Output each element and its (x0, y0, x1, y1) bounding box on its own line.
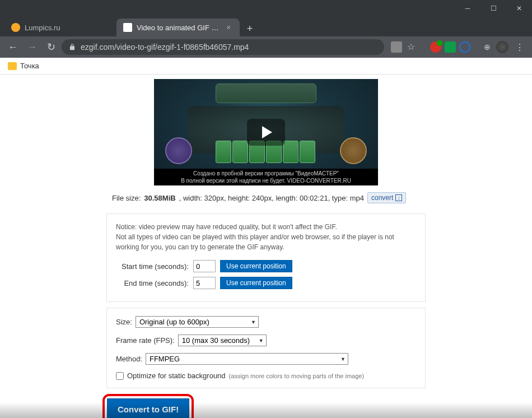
video-watermark: Создано в пробной версии программы "Виде… (154, 169, 378, 185)
bookmark-label: Точка (20, 62, 39, 70)
end-time-label: End time (seconds): (116, 279, 189, 287)
convert-link[interactable]: convert ↓ (367, 192, 406, 203)
nav-reload-button[interactable]: ↻ (43, 39, 59, 55)
window-maximize-button[interactable]: ☐ (480, 0, 506, 17)
start-time-label: Start time (seconds): (116, 262, 189, 271)
play-button[interactable] (247, 119, 285, 146)
video-preview[interactable]: Создано в пробной версии программы "Виде… (154, 79, 378, 185)
highlight-annotation: Convert to GIF! (102, 394, 194, 418)
browser-tabbar: Lumpics.ru Video to animated GIF convert… (0, 17, 532, 36)
size-label: Size: (116, 318, 132, 326)
bookmark-star-icon[interactable]: ☆ (405, 41, 417, 53)
url-text: ezgif.com/video-to-gif/ezgif-1-f0865fb46… (81, 43, 377, 52)
tab-favicon (123, 23, 132, 32)
browser-addressbar: ← → ↻ ezgif.com/video-to-gif/ezgif-1-f08… (0, 36, 532, 58)
method-label: Method: (116, 355, 142, 363)
method-select[interactable]: FFMPEG (146, 353, 348, 365)
reading-list-icon[interactable]: ⊕ (482, 41, 493, 53)
translate-icon[interactable] (391, 41, 402, 53)
browser-menu-button[interactable]: ⋮ (512, 42, 528, 53)
notice-panel: Notice: video preview may have reduced q… (106, 213, 426, 302)
download-icon: ↓ (395, 194, 402, 201)
profile-avatar[interactable] (496, 41, 508, 53)
tab-lumpics[interactable]: Lumpics.ru (4, 18, 116, 36)
convert-to-gif-button[interactable]: Convert to GIF! (107, 398, 189, 418)
tab-favicon (11, 23, 20, 32)
adblock-icon[interactable] (430, 41, 441, 53)
start-time-input[interactable] (193, 260, 216, 272)
extension-icon[interactable] (459, 41, 470, 53)
tab-close-button[interactable]: × (224, 23, 233, 32)
notice-text: Notice: video preview may have reduced q… (116, 222, 416, 252)
window-minimize-button[interactable]: ─ (455, 0, 480, 17)
tab-ezgif[interactable]: Video to animated GIF converter × (116, 18, 240, 36)
extension-icons: ☆ ⊕ ⋮ (391, 41, 528, 53)
fps-label: Frame rate (FPS): (116, 336, 175, 345)
lock-icon (68, 43, 76, 51)
use-current-start-button[interactable]: Use current position (220, 260, 292, 272)
nav-forward-button[interactable]: → (24, 39, 40, 55)
folder-icon (8, 62, 17, 70)
optimize-hint: (assign more colors to moving parts of t… (229, 373, 365, 379)
fps-select[interactable]: 10 (max 30 seconds) (178, 335, 267, 346)
page-content[interactable]: Создано в пробной версии программы "Виде… (0, 75, 532, 418)
size-select[interactable]: Original (up to 600px) (136, 316, 259, 328)
use-current-end-button[interactable]: Use current position (220, 277, 292, 289)
optimize-label: Optimize for static background (127, 371, 226, 380)
tab-title: Video to animated GIF converter (137, 24, 220, 32)
window-close-button[interactable]: ✕ (506, 0, 532, 17)
nav-back-button[interactable]: ← (4, 39, 21, 55)
extension-icon[interactable] (445, 41, 456, 53)
window-titlebar: ─ ☐ ✕ (0, 0, 532, 17)
file-info: File size: 30.58MiB , width: 320px, heig… (106, 192, 426, 203)
optimize-checkbox[interactable] (116, 372, 124, 380)
end-time-input[interactable] (193, 277, 216, 289)
bookmarks-bar: Точка (0, 58, 532, 75)
options-panel: Size: Original (up to 600px) Frame rate … (106, 308, 426, 388)
bookmark-folder[interactable]: Точка (8, 62, 39, 70)
new-tab-button[interactable]: + (242, 21, 258, 36)
url-input[interactable]: ezgif.com/video-to-gif/ezgif-1-f0865fb46… (62, 39, 384, 55)
tab-title: Lumpics.ru (25, 24, 110, 32)
play-icon (262, 126, 272, 138)
